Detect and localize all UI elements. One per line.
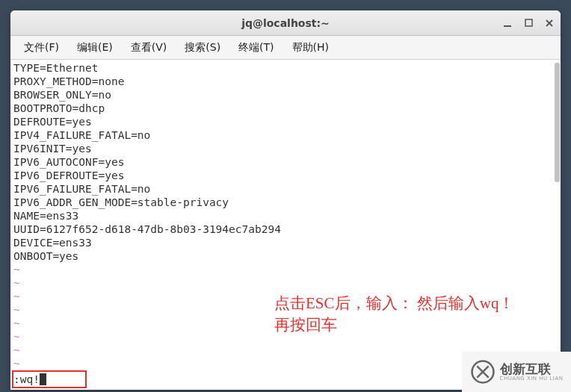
window-title: jq@localhost:~ [241, 17, 330, 29]
svg-rect-1 [525, 19, 532, 26]
vim-command-row: :wq! [12, 370, 87, 388]
cursor-icon [40, 373, 46, 385]
maximize-button[interactable] [523, 18, 534, 28]
close-button[interactable] [544, 18, 555, 28]
config-line: IPV6_FAILURE_FATAL=no [13, 182, 558, 196]
vim-command: :wq! [13, 373, 40, 386]
annotation-line2: 再按回车 [274, 314, 514, 336]
config-line: DEVICE=ens33 [13, 236, 558, 249]
menu-edit[interactable]: 编辑(E) [70, 38, 120, 57]
config-line: TYPE=Ethernet [13, 61, 558, 75]
config-line: IPV6_AUTOCONF=yes [13, 155, 558, 169]
annotation-line1: 点击ESC后，输入： 然后输入wq！ [274, 293, 514, 314]
config-line: BROWSER_ONLY=no [13, 88, 558, 102]
config-line: BOOTPROTO=dhcp [13, 102, 558, 115]
vim-tilde: ~ [13, 263, 558, 276]
config-line: UUID=6127f652-d618-47db-8b03-3194ec7ab29… [13, 223, 558, 236]
instruction-annotation: 点击ESC后，输入： 然后输入wq！ 再按回车 [274, 293, 514, 336]
command-highlight-box: :wq! [12, 370, 87, 388]
minimize-button[interactable] [502, 18, 513, 28]
config-line: ONBOOT=yes [13, 249, 558, 263]
config-line: PROXY_METHOD=none [13, 75, 558, 88]
vim-tilde: ~ [13, 276, 558, 290]
window-controls [502, 18, 555, 28]
title-bar[interactable]: jq@localhost:~ [10, 10, 561, 36]
config-line: IPV6INIT=yes [13, 142, 558, 155]
watermark-subtext: CHUANG XIN HU LIAN [500, 376, 564, 382]
config-line: IPV6_DEFROUTE=yes [13, 169, 558, 182]
terminal-content[interactable]: TYPE=Ethernet PROXY_METHOD=none BROWSER_… [10, 60, 561, 390]
scrollbar-thumb[interactable] [555, 63, 560, 182]
watermark: 创新互联 CHUANG XIN HU LIAN [462, 352, 571, 392]
config-line: NAME=ens33 [13, 209, 558, 223]
menu-help[interactable]: 帮助(H) [285, 38, 336, 57]
config-line: IPV6_ADDR_GEN_MODE=stable-privacy [13, 196, 558, 209]
menu-bar: 文件(F) 编辑(E) 查看(V) 搜索(S) 终端(T) 帮助(H) [10, 36, 561, 60]
watermark-text: 创新互联 [500, 362, 564, 376]
menu-search[interactable]: 搜索(S) [177, 38, 228, 57]
config-line: IPV4_FAILURE_FATAL=no [13, 128, 558, 142]
menu-terminal[interactable]: 终端(T) [231, 38, 281, 57]
menu-file[interactable]: 文件(F) [16, 38, 67, 57]
watermark-logo-icon [470, 359, 496, 385]
menu-view[interactable]: 查看(V) [123, 38, 175, 57]
watermark-text-wrap: 创新互联 CHUANG XIN HU LIAN [500, 362, 564, 382]
config-line: DEFROUTE=yes [13, 115, 558, 128]
